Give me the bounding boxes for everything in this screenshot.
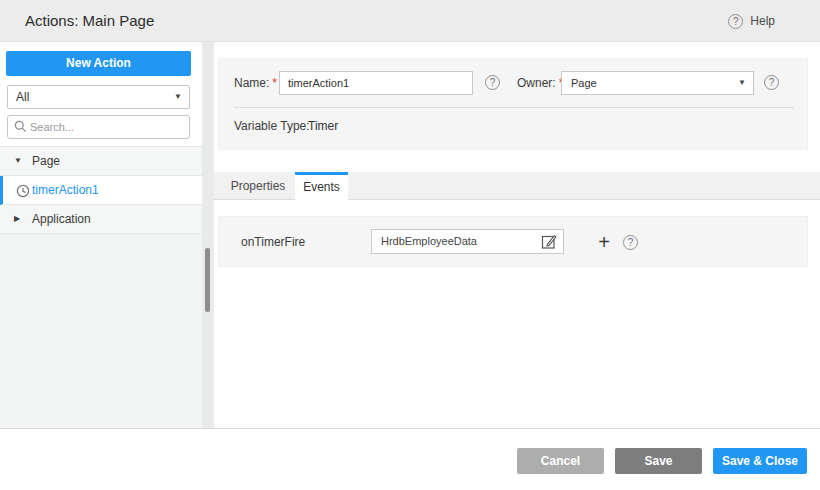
sidebar-empty-area [0,234,202,428]
variable-type-value: Timer [308,119,338,133]
form-divider [234,107,794,108]
search-input[interactable] [30,117,185,137]
clock-icon [16,184,30,198]
action-tree: ▼ Page timerAction1 ▶ Application [0,146,202,234]
page-title: Actions: Main Page [25,0,154,42]
events-panel: onTimerFire HrdbEmployeeData + ? [218,216,808,267]
action-form: Name:* ? Owner:* Page ▼ ? Variable Type:… [218,58,808,150]
tab-events[interactable]: Events [295,172,348,201]
name-help-icon[interactable]: ? [485,75,500,90]
owner-dropdown-value: Page [571,72,597,94]
add-handler-button[interactable]: + [593,217,615,267]
search-box [7,115,190,139]
save-button[interactable]: Save [615,448,702,474]
tab-properties[interactable]: Properties [224,172,292,200]
tree-item-label: Page [32,147,60,175]
tree-item-application[interactable]: ▶ Application [0,205,202,234]
name-input[interactable] [279,71,473,95]
caret-right-icon[interactable]: ▶ [14,205,20,233]
event-handler-value: HrdbEmployeeData [381,230,477,253]
sidebar: New Action All ▼ ▼ Page timerAction1 [0,42,202,428]
chevron-down-icon: ▼ [738,72,746,94]
actions-dialog: Actions: Main Page ? Help New Action All… [0,0,820,490]
help-link[interactable]: ? Help [728,0,775,42]
header: Actions: Main Page ? Help [0,0,820,42]
sidebar-gutter [202,42,214,428]
owner-label-text: Owner: [517,76,556,90]
edit-handler-button[interactable] [541,233,558,250]
event-name-label: onTimerFire [241,217,305,267]
new-action-button[interactable]: New Action [6,51,191,76]
filter-dropdown-value: All [16,86,29,108]
event-handler-field[interactable]: HrdbEmployeeData [371,229,564,254]
required-marker: * [272,76,277,90]
owner-label: Owner:* [517,71,563,95]
tree-item-label: Application [32,205,91,233]
name-label: Name:* [234,71,277,95]
filter-dropdown[interactable]: All ▼ [7,85,190,109]
save-and-close-button[interactable]: Save & Close [713,448,807,474]
event-help-icon[interactable]: ? [623,235,638,250]
help-icon: ? [728,14,743,29]
search-icon [14,120,27,133]
footer: Cancel Save Save & Close [0,428,820,490]
tab-bar: Properties Events [214,172,820,200]
tree-item-label: timerAction1 [32,176,99,204]
owner-dropdown[interactable]: Page ▼ [561,71,754,95]
tree-item-timeraction1[interactable]: timerAction1 [0,176,202,205]
help-label: Help [750,14,775,28]
tree-item-page[interactable]: ▼ Page [0,147,202,176]
main-panel: Name:* ? Owner:* Page ▼ ? Variable Type:… [214,42,820,428]
caret-down-icon[interactable]: ▼ [14,147,22,175]
sidebar-scrollbar-thumb[interactable] [205,248,210,312]
edit-icon [541,233,558,250]
name-label-text: Name: [234,76,269,90]
cancel-button[interactable]: Cancel [517,448,604,474]
chevron-down-icon: ▼ [174,86,182,108]
variable-type-label: Variable Type: [234,119,310,133]
owner-help-icon[interactable]: ? [764,75,779,90]
